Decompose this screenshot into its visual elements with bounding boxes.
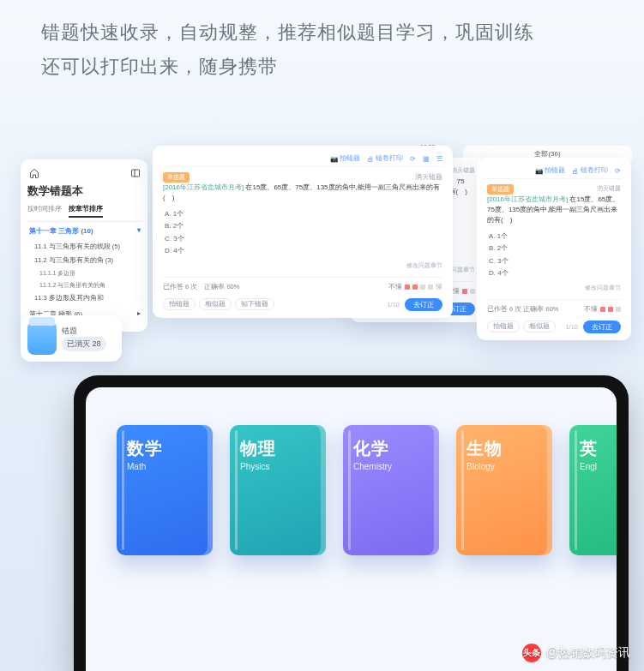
option-a[interactable]: A. 1个: [165, 208, 442, 220]
subject-book-biology[interactable]: 生物 Biology: [456, 425, 552, 555]
sidebar-title: 数学错题本: [27, 182, 142, 204]
question-card-main: 📷 拍错题 🖨 错卷打印 ⟳ ▦ ☰ 单选题 消灭错题 [2016年江苏省盐城市…: [153, 146, 453, 318]
topbar-more-icon[interactable]: ☰: [436, 155, 442, 163]
watermark: 头条 @热销数码资讯: [522, 644, 630, 662]
trash-label: 错题: [62, 326, 106, 337]
tablet-device: 数学 Math 物理 Physics 化学 Chemistry 生物 Biolo…: [74, 375, 629, 671]
topbar-shot[interactable]: 📷 拍错题: [330, 154, 360, 163]
subject-book-english[interactable]: 英 Engl: [569, 425, 617, 555]
correct-button-3[interactable]: 去订正: [583, 321, 621, 333]
section-11-1[interactable]: 11.1 与三角形有关的线段 (5): [27, 240, 142, 254]
mastery-indicator: 不懂懂: [388, 283, 442, 291]
subject-book-physics[interactable]: 物理 Physics: [230, 425, 326, 555]
progress-counter: 1/10: [387, 301, 400, 309]
trash-text: 错题 已消灭 28: [62, 326, 106, 351]
section-11-1-1[interactable]: 11.1.1 多边形: [27, 267, 142, 279]
topbar-grid-icon[interactable]: ▦: [423, 155, 430, 163]
screenshot-cluster: 18:30 18:30 数学错题本 按时间排序 按章节排序 第十一章 三角形 (…: [0, 146, 644, 368]
toutiao-icon: 头条: [522, 644, 541, 662]
headline-block: 错题快速收录，自动规整，推荐相似题目学习，巩固训练 还可以打印出来，随身携带: [0, 0, 644, 83]
tab-sort-chapter[interactable]: 按章节排序: [69, 204, 103, 218]
option-c[interactable]: C. 3个: [165, 233, 442, 245]
section-11-2[interactable]: 11.2 与三角形有关的角 (3): [27, 254, 142, 267]
question-type-tag: 单选题: [163, 172, 190, 183]
trash-count-pill: 已消灭 28: [62, 337, 106, 351]
chip-shot[interactable]: 拍错题: [163, 298, 196, 310]
option-b[interactable]: B. 2个: [165, 220, 442, 232]
chapter-11[interactable]: 第十一章 三角形 (10)▾: [27, 222, 142, 240]
stat-accuracy: 正确率 60%: [204, 283, 239, 291]
headline-line-1: 错题快速收录，自动规整，推荐相似题目学习，巩固训练: [41, 15, 603, 50]
tab-sort-time[interactable]: 按时间排序: [27, 204, 62, 218]
subject-book-math[interactable]: 数学 Math: [117, 425, 213, 555]
edit-chapter-link[interactable]: 修改问题章节: [163, 261, 442, 270]
topbar-print[interactable]: 🖨 错卷打印: [367, 154, 403, 163]
subject-book-chemistry[interactable]: 化学 Chemistry: [343, 425, 439, 555]
chip-know[interactable]: 知下错题: [235, 298, 274, 310]
question-options: A. 1个 B. 2个 C. 3个 D. 4个: [163, 208, 442, 258]
sidebar-panel: 数学错题本 按时间排序 按章节排序 第十一章 三角形 (10)▾ 11.1 与三…: [21, 159, 147, 332]
section-11-3[interactable]: 11.3 多边形及其内角和: [27, 291, 142, 305]
sort-tabs: 按时间排序 按章节排序: [27, 204, 142, 222]
trash-widget[interactable]: 错题 已消灭 28: [21, 315, 122, 362]
trash-bin-icon: [27, 322, 57, 355]
option-d[interactable]: D. 4个: [165, 245, 442, 257]
layout-toggle-icon[interactable]: [130, 168, 141, 178]
question-stem: [2016年江苏省盐城市月考] 在15度、65度、75度、135度的角中,能用一…: [163, 183, 442, 203]
headline-line-2: 还可以打印出来，随身携带: [41, 50, 603, 84]
chip-similar[interactable]: 相似题: [199, 298, 232, 310]
correct-button[interactable]: 去订正: [405, 298, 442, 311]
section-11-1-2[interactable]: 11.1.2 与三角形有关的角: [27, 279, 142, 291]
topbar-refresh-icon[interactable]: ⟳: [410, 155, 416, 163]
stat-attempts: 已作答 6 次: [163, 283, 197, 291]
clear-question-link[interactable]: 消灭错题: [415, 173, 442, 182]
svg-rect-0: [132, 170, 140, 177]
question-card-right: 📷 拍错题 🖨 错卷打印 ⟳ 单选题消灭错题 [2016年江苏省盐城市月考] 在…: [477, 158, 631, 340]
tablet-screen: 数学 Math 物理 Physics 化学 Chemistry 生物 Biolo…: [86, 387, 617, 671]
watermark-text: @热销数码资讯: [546, 645, 630, 661]
home-icon[interactable]: [29, 168, 39, 178]
